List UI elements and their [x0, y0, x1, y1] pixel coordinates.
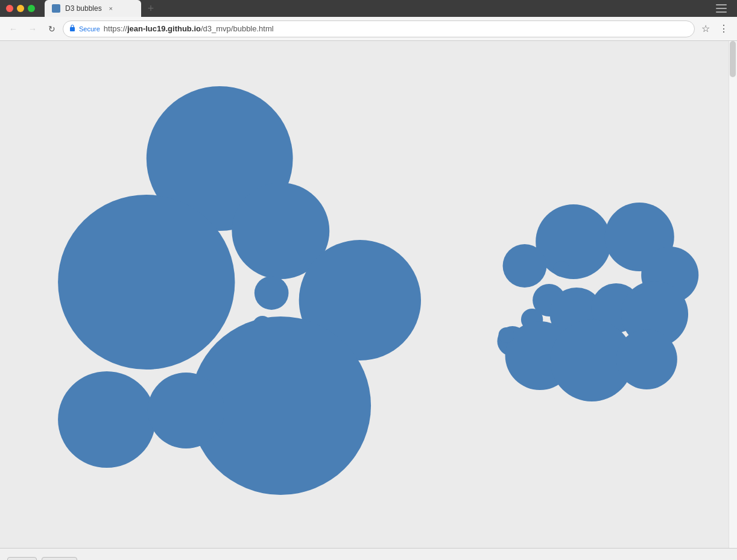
animal-filter-button[interactable]: Animal [42, 557, 77, 561]
page-footer: Plant Animal All Next [0, 548, 737, 560]
bubble-right-1 [536, 204, 611, 279]
bubble-right-3 [503, 244, 547, 288]
secure-lock-icon [69, 24, 75, 33]
plant-filter-button[interactable]: Plant [7, 557, 37, 561]
tab-title: D3 bubbles [65, 4, 102, 13]
forward-button[interactable]: → [24, 20, 41, 37]
maximize-window-button[interactable] [28, 5, 35, 12]
url-display: https://jean-luc19.github.io/d3_mvp/bubb… [104, 24, 274, 33]
svg-rect-3 [70, 27, 75, 31]
bubble-left-9 [148, 373, 224, 448]
minimize-window-button[interactable] [17, 5, 24, 12]
traffic-lights [6, 5, 35, 12]
tab-favicon [52, 4, 60, 13]
scrollbar-thumb[interactable] [730, 41, 736, 77]
bookmark-button[interactable]: ☆ [697, 20, 714, 37]
bubble-right-14 [498, 327, 514, 343]
active-tab[interactable]: D3 bubbles × [45, 0, 141, 17]
bubble-left-8 [58, 371, 156, 468]
browser-settings-icon[interactable] [712, 1, 731, 16]
page-content [0, 41, 737, 548]
secure-label: Secure [79, 25, 100, 33]
close-window-button[interactable] [6, 5, 13, 12]
scrollbar[interactable] [729, 41, 737, 548]
browser-window: D3 bubbles × + ← → ↻ Secure [0, 0, 737, 560]
browser-menu-button[interactable]: ⋮ [715, 20, 732, 37]
svg-rect-2 [716, 11, 727, 13]
bubble-right-13 [616, 329, 677, 389]
refresh-button[interactable]: ↻ [43, 20, 60, 37]
address-bar[interactable]: Secure https://jean-luc19.github.io/d3_m… [63, 20, 695, 37]
bubble-left-5 [255, 276, 289, 310]
new-tab-button[interactable]: + [142, 0, 159, 17]
svg-rect-1 [716, 8, 727, 9]
bubble-right-15 [554, 261, 569, 277]
bubble-chart [0, 41, 737, 548]
svg-rect-0 [716, 4, 727, 5]
nav-actions: ☆ ⋮ [697, 20, 732, 37]
bubble-left-2 [58, 195, 235, 370]
tab-close-button[interactable]: × [107, 4, 115, 13]
back-button[interactable]: ← [5, 20, 22, 37]
nav-bar: ← → ↻ Secure https://jean-luc19.github.i… [0, 17, 737, 41]
title-bar: D3 bubbles × + [0, 0, 737, 17]
